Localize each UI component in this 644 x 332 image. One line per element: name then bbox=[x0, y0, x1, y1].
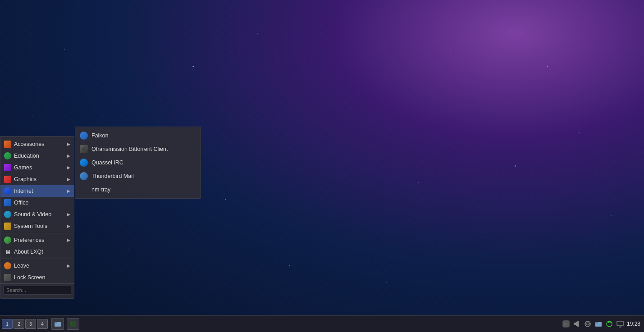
taskbar: 1 2 3 4 _ > bbox=[0, 315, 644, 332]
menu-item-lock-screen[interactable]: Lock Screen bbox=[0, 272, 74, 283]
accessories-icon bbox=[4, 141, 11, 148]
about-icon: 🖥 bbox=[4, 248, 11, 255]
menu-item-graphics[interactable]: Graphics ▶ bbox=[0, 173, 74, 185]
thunderbird-icon bbox=[80, 172, 88, 180]
menu-item-about[interactable]: 🖥 About LXQt bbox=[0, 246, 74, 258]
sound-icon bbox=[4, 211, 11, 218]
menu-divider-2 bbox=[0, 259, 74, 259]
menu-divider-1 bbox=[0, 233, 74, 233]
svg-text:⬇: ⬇ bbox=[564, 322, 566, 327]
prefs-arrow: ▶ bbox=[67, 238, 70, 242]
qtransmission-icon: ⬛ bbox=[80, 145, 88, 153]
svg-text:>: > bbox=[71, 321, 73, 324]
clock: 19:28 bbox=[627, 321, 640, 327]
tray-network-icon[interactable] bbox=[584, 320, 592, 328]
submenu-item-nm-tray[interactable]: nm-tray bbox=[75, 183, 201, 196]
tray-display-icon[interactable] bbox=[616, 320, 624, 328]
games-label: Games bbox=[14, 164, 32, 171]
svg-rect-7 bbox=[574, 323, 576, 325]
internet-submenu: Falkon ⬛ Qtransmission Bittorrent Client… bbox=[75, 127, 201, 199]
speaker-icon bbox=[573, 320, 581, 328]
falkon-icon bbox=[80, 132, 88, 140]
leave-arrow: ▶ bbox=[67, 264, 70, 268]
quassel-label: Quassel IRC bbox=[91, 159, 123, 166]
submenu-item-thunderbird[interactable]: Thunderbird Mail bbox=[75, 169, 201, 183]
taskbar-right: ⬇ bbox=[562, 320, 644, 328]
folder-icon bbox=[594, 320, 603, 328]
svg-rect-1 bbox=[55, 322, 57, 323]
svg-marker-8 bbox=[576, 321, 579, 327]
file-manager-icon bbox=[54, 320, 61, 327]
leave-label: Leave bbox=[14, 263, 29, 269]
nm-tray-label: nm-tray bbox=[91, 186, 110, 193]
menu-item-accessories[interactable]: Accessories ▶ bbox=[0, 138, 74, 150]
prefs-label: Preferences bbox=[14, 237, 44, 243]
start-menu: Accessories ▶ Education ▶ Games ▶ Graphi… bbox=[0, 136, 74, 299]
lock-label: Lock Screen bbox=[14, 274, 45, 281]
taskbar-left: 1 2 3 4 _ > bbox=[0, 318, 79, 330]
office-label: Office bbox=[14, 200, 28, 206]
accessories-arrow: ▶ bbox=[67, 142, 70, 146]
menu-item-internet[interactable]: Internet ▶ Falkon ⬛ Qtransmission Bittor… bbox=[0, 185, 74, 197]
sound-arrow: ▶ bbox=[67, 212, 70, 217]
terminal-icon: _ > bbox=[69, 320, 77, 327]
menu-item-system-tools[interactable]: System Tools ▶ bbox=[0, 220, 74, 232]
svg-rect-13 bbox=[617, 321, 623, 326]
education-icon bbox=[4, 152, 11, 159]
graphics-arrow: ▶ bbox=[67, 177, 70, 182]
submenu-item-quassel[interactable]: Quassel IRC bbox=[75, 156, 201, 169]
leave-icon bbox=[4, 262, 11, 269]
internet-label: Internet bbox=[14, 188, 33, 194]
display-icon bbox=[616, 320, 624, 328]
menu-item-preferences[interactable]: Preferences ▶ bbox=[0, 234, 74, 246]
menu-item-games[interactable]: Games ▶ bbox=[0, 162, 74, 173]
thunderbird-label: Thunderbird Mail bbox=[91, 173, 134, 179]
prefs-icon bbox=[4, 236, 11, 244]
file-manager-btn[interactable] bbox=[51, 318, 64, 330]
lock-icon bbox=[4, 274, 11, 281]
workspace-3[interactable]: 3 bbox=[25, 319, 36, 329]
education-label: Education bbox=[14, 153, 39, 159]
svg-rect-11 bbox=[595, 322, 598, 323]
qtransmission-label: Qtransmission Bittorrent Client bbox=[91, 146, 168, 152]
workspace-4[interactable]: 4 bbox=[37, 319, 48, 329]
workspace-2[interactable]: 2 bbox=[14, 319, 24, 329]
internet-arrow: ▶ bbox=[67, 189, 70, 193]
system-icon bbox=[4, 223, 11, 230]
tray-refresh-icon[interactable] bbox=[605, 320, 613, 328]
menu-item-sound-video[interactable]: Sound & Video ▶ bbox=[0, 209, 74, 220]
menu-item-leave[interactable]: Leave ▶ bbox=[0, 260, 74, 272]
submenu-item-qtransmission[interactable]: ⬛ Qtransmission Bittorrent Client bbox=[75, 142, 201, 156]
search-container bbox=[0, 283, 74, 296]
games-arrow: ▶ bbox=[67, 165, 70, 170]
network-icon bbox=[584, 320, 592, 328]
games-icon bbox=[4, 164, 11, 171]
tray-icon-1[interactable]: ⬇ bbox=[562, 320, 570, 328]
system-arrow: ▶ bbox=[67, 224, 70, 228]
workspace-1[interactable]: 1 bbox=[2, 319, 13, 329]
graphics-label: Graphics bbox=[14, 176, 37, 182]
terminal-btn[interactable]: _ > bbox=[67, 318, 79, 330]
about-label: About LXQt bbox=[14, 249, 43, 255]
graphics-icon bbox=[4, 176, 11, 183]
submenu-item-falkon[interactable]: Falkon bbox=[75, 129, 201, 142]
accessories-label: Accessories bbox=[14, 141, 44, 147]
system-label: System Tools bbox=[14, 223, 47, 229]
search-input[interactable] bbox=[3, 286, 71, 295]
tray-icon-2[interactable] bbox=[573, 320, 581, 328]
tray-filemanager-icon[interactable] bbox=[594, 320, 603, 328]
updates-icon: ⬇ bbox=[562, 320, 570, 328]
nm-tray-icon bbox=[80, 186, 88, 194]
menu-item-office[interactable]: Office bbox=[0, 197, 74, 209]
sound-label: Sound & Video bbox=[14, 211, 51, 218]
education-arrow: ▶ bbox=[67, 154, 70, 158]
menu-item-education[interactable]: Education ▶ bbox=[0, 150, 74, 162]
quassel-icon bbox=[80, 159, 88, 167]
office-icon bbox=[4, 199, 11, 206]
refresh-icon bbox=[605, 320, 613, 328]
falkon-label: Falkon bbox=[91, 132, 109, 139]
internet-icon bbox=[4, 187, 11, 195]
